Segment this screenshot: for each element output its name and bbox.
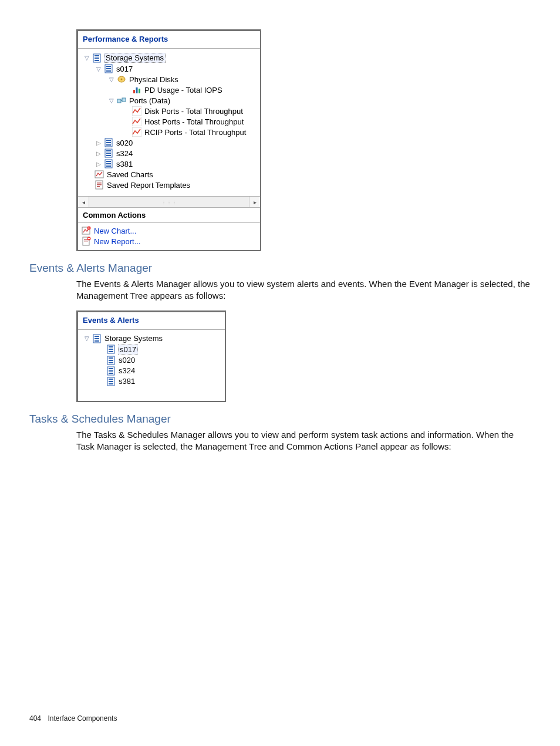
- tree-node-label: s324: [116, 149, 133, 158]
- svg-rect-1: [95, 55, 99, 56]
- action-new-chart[interactable]: New Chart...: [82, 225, 257, 236]
- expand-toggle-icon[interactable]: ▽: [109, 97, 114, 104]
- saved-template-icon: [95, 180, 104, 190]
- svg-rect-5: [106, 66, 111, 67]
- storage-icon: [104, 159, 113, 168]
- action-label: New Chart...: [93, 227, 137, 235]
- svg-rect-51: [109, 360, 113, 361]
- storage-icon: [92, 53, 102, 63]
- storage-icon: [106, 377, 116, 386]
- panel-title: Events & Alerts: [78, 312, 225, 330]
- tree-node-s020[interactable]: s020: [80, 355, 222, 366]
- tree-node-s017[interactable]: ▽ s017: [80, 63, 258, 74]
- tree-node-label: Physical Disks: [129, 75, 179, 84]
- tree-node-label: s381: [116, 160, 133, 168]
- tree-leaf-host-ports[interactable]: Host Ports - Total Throughput: [80, 116, 258, 127]
- storage-icon: [92, 334, 102, 343]
- line-chart-icon: [132, 117, 141, 126]
- tree-leaf-disk-ports[interactable]: Disk Ports - Total Throughput: [80, 106, 258, 116]
- performance-reports-panel: Performance & Reports ▽ Storage Systems …: [76, 29, 261, 251]
- tree-node-label: Host Ports - Total Throughput: [144, 117, 244, 126]
- tree-node-ports-data[interactable]: ▽ Ports (Data): [80, 95, 258, 106]
- svg-rect-21: [106, 144, 111, 146]
- tree-node-s381[interactable]: s381: [80, 376, 222, 387]
- storage-icon: [106, 366, 116, 376]
- svg-rect-12: [139, 89, 140, 93]
- action-label: New Report...: [93, 237, 141, 246]
- tree-node-s020[interactable]: ▷ s020: [80, 137, 258, 148]
- expand-toggle-icon[interactable]: ▽: [84, 55, 90, 61]
- svg-rect-7: [106, 70, 111, 72]
- tree-leaf-rcip-ports[interactable]: RCIP Ports - Total Throughput: [80, 127, 258, 137]
- svg-rect-42: [95, 336, 99, 337]
- svg-rect-10: [133, 90, 135, 93]
- tree-node-label: Disk Ports - Total Throughput: [144, 107, 244, 116]
- tree-node-label: Saved Report Templates: [106, 181, 191, 190]
- tree-node-label: Saved Charts: [106, 170, 154, 179]
- svg-rect-48: [109, 351, 113, 352]
- storage-icon: [106, 345, 116, 354]
- tree-node-label: s020: [116, 139, 133, 147]
- common-actions: New Chart... New Report...: [78, 223, 260, 250]
- tree-node-label: Ports (Data): [129, 96, 171, 105]
- bar-chart-icon: [132, 85, 141, 94]
- svg-rect-24: [106, 153, 111, 154]
- svg-rect-11: [136, 87, 138, 93]
- tree-node-label: s324: [118, 366, 136, 375]
- tree-node-saved-templates[interactable]: Saved Report Templates: [80, 180, 258, 190]
- horizontal-scrollbar[interactable]: ◂ ⋮⋮⋮ ▸: [78, 196, 260, 207]
- scroll-right-button[interactable]: ▸: [249, 197, 260, 207]
- tree-node-s324[interactable]: s324: [80, 366, 222, 376]
- scroll-left-button[interactable]: ◂: [78, 197, 89, 207]
- saved-chart-icon: [95, 170, 104, 179]
- tree-leaf-pd-usage[interactable]: PD Usage - Total IOPS: [80, 85, 258, 95]
- storage-icon: [104, 138, 113, 147]
- tree-node-physical-disks[interactable]: ▽ Physical Disks: [80, 74, 258, 85]
- tree-node-label: Storage Systems: [104, 53, 166, 63]
- svg-rect-28: [106, 163, 111, 164]
- tree-node-saved-charts[interactable]: Saved Charts: [80, 169, 258, 180]
- tree-node-label: Storage Systems: [104, 334, 163, 343]
- svg-rect-54: [109, 368, 113, 369]
- tree-node-s017[interactable]: s017: [80, 344, 222, 355]
- tree-node-label: s381: [118, 377, 136, 386]
- tree-node-label: PD Usage - Total IOPS: [144, 86, 223, 94]
- body-text: The Events & Alerts Manager allows you t…: [76, 278, 531, 302]
- scroll-track[interactable]: ⋮⋮⋮: [89, 197, 249, 207]
- events-alerts-panel: Events & Alerts ▽ Storage Systems s017 s…: [76, 310, 226, 402]
- new-chart-icon: [82, 226, 91, 235]
- svg-rect-60: [109, 383, 113, 384]
- expand-toggle-icon[interactable]: ▽: [84, 335, 90, 342]
- svg-rect-47: [109, 349, 113, 350]
- tree-node-storage-systems[interactable]: ▽ Storage Systems: [80, 52, 258, 63]
- tree-node-label: s020: [118, 356, 136, 364]
- svg-rect-32: [97, 183, 102, 184]
- page-footer: 404 Interface Components: [29, 714, 117, 723]
- footer-section-name: Interface Components: [48, 714, 117, 723]
- tree-node-storage-systems[interactable]: ▽ Storage Systems: [80, 333, 222, 344]
- svg-rect-6: [106, 68, 111, 69]
- collapse-toggle-icon[interactable]: ▷: [96, 140, 102, 146]
- tree-node-s381[interactable]: ▷ s381: [80, 158, 258, 169]
- action-new-report[interactable]: New Report...: [82, 236, 257, 247]
- tree-node-label: s017: [116, 65, 133, 73]
- perf-tree: ▽ Storage Systems ▽ s017 ▽ Physical Disk…: [78, 49, 260, 196]
- storage-icon: [106, 356, 116, 365]
- svg-rect-2: [95, 58, 99, 59]
- tree-node-s324[interactable]: ▷ s324: [80, 148, 258, 158]
- line-chart-icon: [132, 127, 141, 137]
- common-actions-header: Common Actions: [78, 207, 260, 223]
- collapse-toggle-icon[interactable]: ▷: [96, 150, 102, 157]
- svg-rect-46: [109, 346, 113, 347]
- line-chart-icon: [132, 106, 141, 116]
- panel-title: Performance & Reports: [78, 31, 260, 49]
- svg-rect-3: [95, 60, 99, 61]
- svg-rect-52: [109, 362, 113, 363]
- expand-toggle-icon[interactable]: ▽: [96, 66, 102, 72]
- svg-rect-13: [117, 99, 121, 103]
- svg-rect-56: [109, 373, 113, 374]
- collapse-toggle-icon[interactable]: ▷: [96, 161, 102, 167]
- expand-toggle-icon[interactable]: ▽: [109, 76, 114, 83]
- svg-rect-33: [97, 184, 102, 185]
- svg-rect-39: [84, 241, 88, 241]
